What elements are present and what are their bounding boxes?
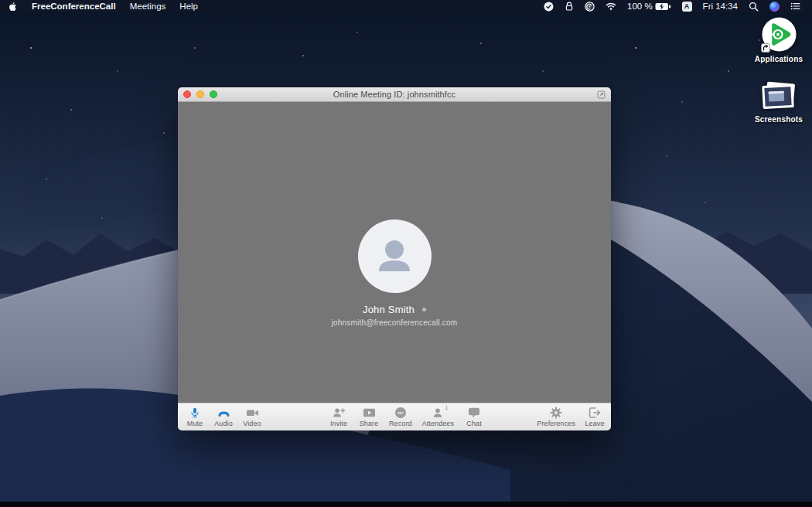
menu-app-name[interactable]: FreeConferenceCall [25,0,123,12]
meeting-window: Online Meeting ID: johnsmithfcc John Smi… [178,87,611,430]
battery-icon [655,2,671,11]
gear-icon [550,407,562,419]
preferences-button[interactable]: Preferences [537,407,575,427]
phone-handset-icon [217,407,230,419]
menu-bar-clock[interactable]: Fri 14:34 [698,0,743,12]
desktop-icon-label: Applications [755,55,803,63]
leave-label: Leave [585,420,604,427]
menu-meetings[interactable]: Meetings [123,0,173,12]
attendees-count-badge: 1 [445,405,448,410]
alias-arrow-badge [761,43,770,53]
screenshots-folder-icon [760,81,797,112]
participant-status-dot [422,308,426,311]
preferences-label: Preferences [537,420,575,427]
leave-exit-icon [589,407,601,419]
desktop-icon-label: Screenshots [755,115,803,124]
desktop-icon-applications[interactable]: Applications [755,17,803,63]
apple-logo-icon [8,2,17,12]
svg-text:REC: REC [397,411,404,415]
audio-button[interactable]: Audio [213,407,234,427]
record-icon: REC [394,407,407,419]
video-button[interactable]: Video [242,407,262,427]
participant-avatar [358,219,432,293]
participant-email: johnsmith@freeconferencecall.com [332,318,458,327]
person-silhouette-icon [372,234,417,279]
zoom-button[interactable] [210,90,217,98]
microphone-icon [189,407,200,419]
desktop-icon-screenshots[interactable]: Screenshots [755,81,803,124]
invite-label: Invite [330,420,347,427]
video-label: Video [243,420,261,427]
swirl-status-icon[interactable] [579,0,600,12]
input-source-icon: A [682,2,692,12]
leave-button[interactable]: Leave [585,407,605,427]
battery-percent-label: 100 % [627,2,653,11]
video-camera-icon [246,407,259,419]
participant-name: John Smith [363,304,415,315]
screen-bottom-edge [0,502,812,507]
apple-menu[interactable] [6,2,25,12]
meeting-content-area: John Smith johnsmith@freeconferencecall.… [178,102,611,403]
share-button[interactable]: Share [359,407,379,427]
lock-status-icon[interactable] [559,0,579,12]
popout-icon[interactable] [596,90,606,99]
audio-label: Audio [214,420,233,427]
mute-label: Mute [187,420,203,427]
menu-bar: FreeConferenceCall Meetings Help [0,0,812,12]
invite-person-icon [333,407,346,419]
input-source-menu[interactable]: A [677,0,698,12]
invite-button[interactable]: Invite [329,407,349,427]
share-screen-icon [363,407,376,419]
record-button[interactable]: REC Record [389,407,412,427]
traffic-lights [183,87,217,101]
minimize-button[interactable] [196,90,204,98]
attendees-person-icon: 1 [432,407,444,419]
notification-center-icon[interactable] [785,0,806,12]
siri-icon[interactable] [764,0,785,12]
chat-bubble-icon [468,407,480,419]
menu-help[interactable]: Help [172,0,205,12]
attendees-label: Attendees [422,420,454,427]
wifi-icon[interactable] [600,0,622,12]
record-label: Record [389,420,412,427]
chat-button[interactable]: Chat [464,407,484,427]
battery-status[interactable]: 100 % [622,0,677,12]
spotlight-search-icon[interactable] [743,0,764,12]
meeting-toolbar: Mute Audio Video [178,403,611,430]
chat-label: Chat [466,420,481,427]
attendees-button[interactable]: 1 Attendees [422,407,454,427]
mute-button[interactable]: Mute [185,407,205,427]
share-label: Share [360,420,379,427]
window-title: Online Meeting ID: johnsmithfcc [333,90,455,99]
close-button[interactable] [183,90,191,98]
check-circle-status-icon[interactable] [538,0,559,12]
desktop-icon-area: Applications Screenshots [747,17,810,124]
window-titlebar[interactable]: Online Meeting ID: johnsmithfcc [178,87,611,102]
